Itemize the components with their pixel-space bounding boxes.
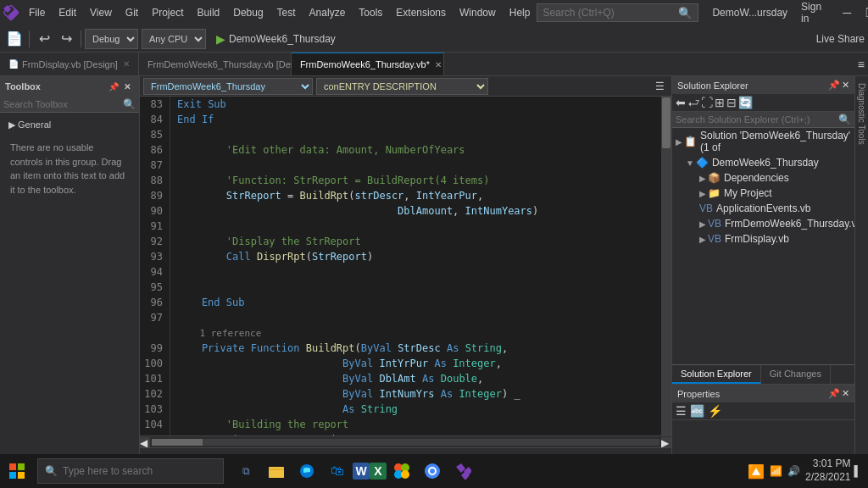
tab-nav-btn[interactable]: ≡ — [858, 58, 865, 71]
code-viewport[interactable]: Exit SubEnd If 'Edit other data: Amount,… — [170, 97, 661, 435]
user-label[interactable]: DemoW...ursday — [705, 5, 794, 20]
sol-toolbar-btn1[interactable]: ⬅ — [676, 96, 686, 109]
sol-toolbar-btn4[interactable]: ⊞ — [715, 96, 725, 109]
frmdemo-design-tab-close[interactable]: ✕ — [319, 59, 326, 69]
edge-icon[interactable] — [292, 456, 322, 486]
sol-pin-btn[interactable]: 📌 — [828, 80, 840, 91]
toolbox-search[interactable]: 🔍 — [0, 97, 139, 113]
platform-select[interactable]: Any CPU — [142, 29, 206, 49]
frmdemo-vb-tab-close[interactable]: ✕ — [435, 60, 442, 69]
vs-taskbar-icon[interactable] — [448, 456, 478, 486]
redo-btn[interactable]: ↪ — [56, 29, 76, 49]
sol-search[interactable]: 🔍 — [672, 112, 854, 128]
tab-frmdemo-vb[interactable]: FrmDemoWeek6_Thursday.vb* ✕ — [292, 53, 444, 75]
svg-point-9 — [401, 470, 409, 479]
menu-extensions[interactable]: Extensions — [389, 3, 453, 22]
sign-in-button[interactable]: Sign in — [794, 0, 828, 26]
proj-expand-arrow: ▼ — [686, 158, 694, 168]
menu-tools[interactable]: Tools — [352, 3, 389, 22]
system-tray-up[interactable]: 🔼 — [748, 463, 765, 480]
toolbox-section-title[interactable]: ▶ General — [3, 116, 136, 134]
scroll-horiz-thumb[interactable] — [152, 439, 203, 446]
file-explorer-icon[interactable] — [261, 456, 292, 486]
editor-tab-bar: 📄 FrmDisplay.vb [Design] ✕ FrmDemoWeek6_… — [0, 53, 868, 76]
horizontal-scrollbar[interactable]: ◀ ▶ — [140, 435, 671, 447]
frmdemo-design-tab-label: FrmDemoWeek6_Thursday.vb [Design]* — [147, 59, 314, 69]
proj-icon: 🔷 — [696, 157, 709, 169]
prop-alpha-btn[interactable]: 🔤 — [690, 404, 704, 418]
frmdisplay-tab-close[interactable]: ✕ — [123, 59, 130, 69]
word-icon[interactable]: W — [353, 463, 370, 480]
tree-project[interactable]: ▼ 🔷 DemoWeek6_Thursday — [672, 155, 854, 170]
run-label: DemoWeek6_Thursday — [229, 33, 336, 45]
tab-frmdisplay[interactable]: 📄 FrmDisplay.vb [Design] ✕ — [0, 53, 139, 75]
file-dropdown[interactable]: FrmDemoWeek6_Thursday — [143, 78, 313, 95]
git-changes-tab[interactable]: Git Changes — [761, 365, 831, 384]
tree-frmdisplay[interactable]: ▶ VB FrmDisplay.vb — [672, 231, 854, 247]
restore-button[interactable]: ❐ — [859, 1, 868, 25]
tree-myproject[interactable]: ▶ 📁 My Project — [672, 186, 854, 201]
menu-project[interactable]: Project — [145, 3, 190, 22]
solution-explorer-tab[interactable]: Solution Explorer — [672, 365, 761, 384]
search-box[interactable]: 🔍 — [537, 3, 698, 22]
sol-toolbar-btn6[interactable]: 🔄 — [738, 96, 753, 109]
sol-toolbar-btn2[interactable]: ⮐ — [687, 96, 699, 109]
sol-toolbar-btn5[interactable]: ⊟ — [726, 96, 737, 109]
prop-categ-btn[interactable]: ☰ — [676, 404, 687, 418]
menu-build[interactable]: Build — [191, 3, 227, 22]
scrollbar-thumb[interactable] — [662, 97, 670, 148]
sol-close-btn[interactable]: ✕ — [842, 80, 849, 91]
excel-icon[interactable]: X — [370, 463, 387, 480]
new-project-btn[interactable]: 📄 — [4, 29, 25, 49]
colorful-icon[interactable] — [387, 456, 417, 486]
editor-collapse-btn[interactable]: ☰ — [652, 80, 668, 92]
live-share-btn[interactable]: Live Share — [816, 33, 865, 45]
vertical-scrollbar[interactable] — [661, 97, 671, 435]
show-desktop-btn[interactable]: ▌ — [854, 465, 861, 477]
taskbar-clock[interactable]: 3:01 PM 2/28/2021 — [805, 458, 850, 484]
toolbox-pin-btn[interactable]: 📌 — [107, 80, 120, 93]
menu-analyze[interactable]: Analyze — [303, 3, 353, 22]
menu-file[interactable]: File — [22, 3, 52, 22]
menu-view[interactable]: View — [83, 3, 119, 22]
tab-frmdemo-design[interactable]: FrmDemoWeek6_Thursday.vb [Design]* ✕ — [139, 53, 292, 75]
toolbox-search-icon: 🔍 — [123, 98, 136, 110]
prop-close-btn[interactable]: ✕ — [842, 388, 849, 399]
toolbox-close-btn[interactable]: ✕ — [120, 80, 134, 93]
chrome-icon[interactable] — [417, 456, 448, 486]
task-view-btn[interactable]: ⧉ — [231, 456, 261, 486]
minimize-button[interactable]: ─ — [835, 1, 859, 25]
run-button[interactable]: ▶ DemoWeek6_Thursday — [209, 32, 342, 46]
toolbox-search-input[interactable] — [3, 99, 123, 109]
store-icon[interactable]: 🛍 — [322, 456, 353, 486]
menu-window[interactable]: Window — [453, 3, 503, 22]
tree-appevents[interactable]: VB ApplicationEvents.vb — [672, 201, 854, 216]
scroll-left-btn[interactable]: ◀ — [140, 437, 150, 447]
solution-tree[interactable]: ▶ 📋 Solution 'DemoWeek6_Thursday' (1 of … — [672, 128, 854, 364]
menu-help[interactable]: Help — [503, 3, 537, 22]
prop-pin-btn[interactable]: 📌 — [828, 388, 840, 399]
tree-solution[interactable]: ▶ 📋 Solution 'DemoWeek6_Thursday' (1 of — [672, 128, 854, 155]
scroll-track[interactable] — [152, 439, 659, 446]
menu-edit[interactable]: Edit — [52, 3, 83, 22]
code-area[interactable]: 8384858687888990919293949596979910010110… — [140, 97, 671, 435]
dep-icon: 📦 — [708, 172, 721, 184]
member-dropdown[interactable]: conENTRY DESCRIPTION — [316, 78, 488, 95]
taskbar-search-box[interactable]: 🔍 — [37, 458, 224, 484]
tree-dependencies[interactable]: ▶ 📦 Dependencies — [672, 170, 854, 186]
taskbar-search-input[interactable] — [63, 465, 207, 477]
sol-toolbar-btn3[interactable]: ⛶ — [701, 96, 713, 109]
menu-git[interactable]: Git — [119, 3, 145, 22]
tree-frmdemo[interactable]: ▶ VB FrmDemoWeek6_Thursday.vb — [672, 216, 854, 231]
diagnostic-sidebar[interactable]: Diagnostic Tools — [854, 76, 868, 469]
start-button[interactable] — [0, 454, 34, 488]
prop-event-btn[interactable]: ⚡ — [708, 404, 722, 418]
sol-search-input[interactable] — [676, 114, 838, 125]
undo-btn[interactable]: ↩ — [34, 29, 54, 49]
debug-config-select[interactable]: Debug — [85, 29, 138, 49]
scroll-right-btn[interactable]: ▶ — [661, 437, 671, 447]
menu-test[interactable]: Test — [270, 3, 303, 22]
search-button[interactable]: 🔍 — [673, 4, 698, 21]
menu-debug[interactable]: Debug — [226, 3, 270, 22]
search-input[interactable] — [537, 7, 673, 19]
